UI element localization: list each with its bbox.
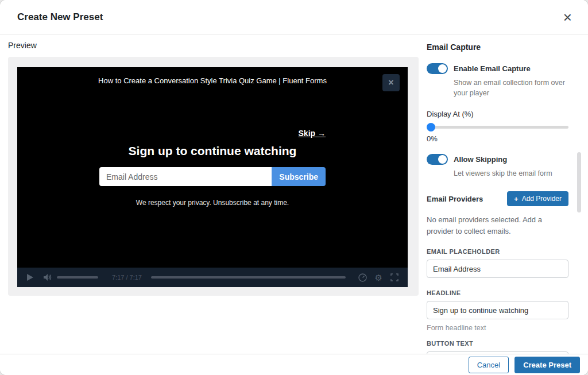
- seek-bar[interactable]: [151, 276, 346, 279]
- volume-icon[interactable]: [43, 273, 52, 281]
- fullscreen-icon[interactable]: [390, 273, 399, 281]
- email-capture-form: Subscribe: [99, 167, 326, 186]
- preview-label: Preview: [8, 41, 37, 50]
- modal-title: Create New Preset: [17, 11, 103, 23]
- player-right-controls: ⚙: [358, 273, 399, 282]
- create-preset-button[interactable]: Create Preset: [514, 357, 580, 373]
- cancel-button[interactable]: Cancel: [469, 357, 509, 373]
- video-title: How to Create a Conversation Style Trivi…: [17, 76, 408, 85]
- add-provider-label: Add Provider: [522, 195, 562, 203]
- close-icon: ×: [388, 78, 393, 88]
- close-icon[interactable]: ×: [563, 10, 572, 25]
- toggle-knob: [438, 64, 447, 73]
- email-placeholder-input[interactable]: [427, 260, 568, 278]
- display-at-label: Display At (%): [427, 110, 568, 118]
- headline-label: HEADLINE: [427, 289, 568, 296]
- overlay-headline: Sign up to continue watching: [99, 144, 326, 158]
- email-capture-overlay: Skip → Sign up to continue watching Subs…: [99, 128, 326, 207]
- email-providers-label: Email Providers: [427, 195, 483, 203]
- overlay-close-button[interactable]: ×: [382, 74, 400, 91]
- create-preset-modal: Create New Preset × Preview How to Creat…: [0, 0, 588, 375]
- video-player[interactable]: How to Create a Conversation Style Trivi…: [17, 67, 408, 287]
- skip-label: Skip: [299, 129, 316, 138]
- preview-card: How to Create a Conversation Style Trivi…: [8, 57, 419, 296]
- plus-icon: +: [514, 195, 519, 203]
- enable-email-capture-toggle[interactable]: [427, 63, 448, 74]
- allow-skipping-toggle[interactable]: [427, 154, 448, 165]
- headline-input[interactable]: [427, 301, 568, 319]
- subscribe-button[interactable]: Subscribe: [272, 167, 326, 186]
- playback-speed-icon[interactable]: [358, 273, 367, 282]
- enable-email-capture-row: Enable Email Capture: [427, 63, 568, 74]
- skip-row: Skip →: [99, 128, 326, 138]
- enable-email-capture-description: Show an email collection form over your …: [454, 78, 566, 98]
- overlay-email-input[interactable]: [99, 167, 272, 186]
- headline-field-group: HEADLINE Form headline text: [427, 289, 568, 332]
- add-provider-button[interactable]: + Add Provider: [507, 191, 568, 206]
- allow-skipping-row: Allow Skipping: [427, 154, 568, 165]
- volume-slider[interactable]: [57, 276, 98, 279]
- button-text-label: BUTTON TEXT: [427, 340, 568, 347]
- email-capture-settings-panel: Email Capture Enable Email Capture Show …: [427, 34, 568, 354]
- providers-empty-text: No email providers selected. Add a provi…: [427, 214, 568, 237]
- section-title: Email Capture: [427, 42, 568, 52]
- email-placeholder-field-group: EMAIL PLACEHOLDER: [427, 248, 568, 278]
- time-display: 7:17 / 7:17: [112, 274, 142, 281]
- allow-skipping-description: Let viewers skip the email form: [454, 168, 566, 179]
- modal-header: Create New Preset ×: [0, 0, 588, 34]
- privacy-text: We respect your privacy. Unsubscribe at …: [99, 199, 326, 207]
- player-control-bar: 7:17 / 7:17 ⚙: [17, 268, 408, 287]
- headline-helper: Form headline text: [427, 324, 568, 332]
- slider-thumb[interactable]: [427, 123, 435, 132]
- enable-email-capture-label: Enable Email Capture: [454, 64, 531, 73]
- allow-skipping-label: Allow Skipping: [454, 155, 507, 164]
- modal-footer: Cancel Create Preset: [0, 354, 588, 375]
- skip-link[interactable]: Skip →: [299, 129, 326, 138]
- sidebar-scrollbar[interactable]: [577, 152, 581, 212]
- email-placeholder-label: EMAIL PLACEHOLDER: [427, 248, 568, 255]
- settings-gear-icon[interactable]: ⚙: [375, 273, 382, 282]
- display-at-slider[interactable]: [427, 126, 568, 129]
- play-icon[interactable]: [26, 273, 34, 281]
- toggle-knob: [438, 155, 447, 164]
- arrow-right-icon: →: [318, 129, 326, 138]
- email-providers-row: Email Providers + Add Provider: [427, 191, 568, 206]
- display-at-value: 0%: [427, 134, 568, 143]
